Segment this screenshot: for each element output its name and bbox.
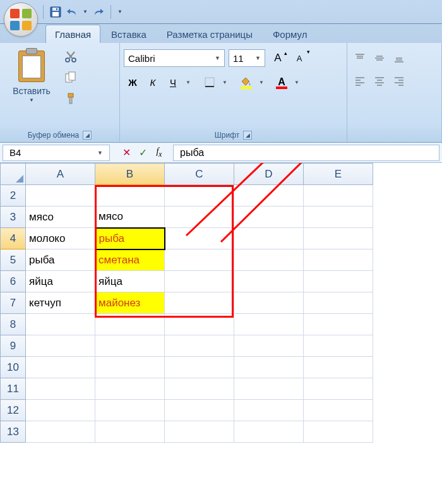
cell-B12[interactable] [95, 400, 165, 421]
column-header-C[interactable]: C [165, 164, 234, 185]
cell-D5[interactable] [234, 249, 304, 271]
cell-A8[interactable] [26, 314, 95, 335]
cell-B2[interactable] [95, 185, 165, 207]
align-left-button[interactable] [351, 72, 369, 90]
cell-C9[interactable] [165, 335, 234, 357]
increase-font-button[interactable]: A▴ [269, 49, 287, 67]
cell-A3[interactable]: мясо [26, 207, 95, 228]
cell-D11[interactable] [234, 378, 304, 400]
paste-dropdown[interactable]: ▼ [4, 97, 59, 103]
cell-C2[interactable] [165, 185, 234, 207]
row-header-4[interactable]: 4 [1, 228, 26, 249]
cell-E8[interactable] [304, 314, 373, 335]
tab-page-layout[interactable]: Разметка страницы [157, 25, 262, 43]
tab-formulas[interactable]: Формул [263, 25, 317, 43]
redo-button[interactable] [92, 5, 105, 19]
cell-D7[interactable] [234, 292, 304, 314]
tab-insert[interactable]: Вставка [102, 25, 156, 43]
align-middle-button[interactable] [371, 49, 388, 67]
row-header-9[interactable]: 9 [1, 335, 26, 357]
align-top-button[interactable] [351, 49, 369, 67]
cell-E9[interactable] [304, 335, 373, 357]
cell-A9[interactable] [26, 335, 95, 357]
cell-C8[interactable] [165, 314, 234, 335]
decrease-font-button[interactable]: A▾ [290, 49, 308, 67]
cell-D9[interactable] [234, 335, 304, 357]
row-header-10[interactable]: 10 [1, 357, 26, 378]
cell-D2[interactable] [234, 185, 304, 207]
select-all-corner[interactable] [1, 164, 26, 185]
office-button[interactable] [4, 3, 38, 37]
column-header-E[interactable]: E [304, 164, 373, 185]
cell-A10[interactable] [26, 357, 95, 378]
font-color-button[interactable]: A [273, 73, 290, 91]
cell-C5[interactable] [165, 249, 234, 271]
font-name-combo[interactable]: Calibri ▼ [124, 49, 225, 67]
cell-B11[interactable] [95, 378, 165, 400]
cell-D3[interactable] [234, 207, 304, 228]
cell-A4[interactable]: молоко [26, 228, 95, 249]
clipboard-dialog-launcher[interactable]: ◢ [83, 131, 92, 140]
row-header-7[interactable]: 7 [1, 292, 26, 314]
cell-B4[interactable]: рыба [95, 228, 165, 249]
cell-C6[interactable] [165, 271, 234, 292]
row-header-11[interactable]: 11 [1, 378, 26, 400]
row-header-2[interactable]: 2 [1, 185, 26, 207]
cell-E13[interactable] [304, 421, 373, 443]
cell-B6[interactable]: яйца [95, 271, 165, 292]
cancel-formula-button[interactable]: ✕ [120, 147, 133, 159]
name-box[interactable]: B4 ▼ [3, 145, 110, 161]
cell-D13[interactable] [234, 421, 304, 443]
cell-E4[interactable] [304, 228, 373, 249]
cell-D8[interactable] [234, 314, 304, 335]
cell-A13[interactable] [26, 421, 95, 443]
cell-E5[interactable] [304, 249, 373, 271]
cell-A5[interactable]: рыба [26, 249, 95, 271]
undo-dropdown[interactable]: ▼ [81, 9, 89, 15]
bold-button[interactable]: Ж [124, 73, 141, 91]
font-dialog-launcher[interactable]: ◢ [243, 131, 252, 140]
copy-button[interactable] [64, 71, 77, 87]
borders-button[interactable] [201, 73, 218, 91]
paste-button[interactable]: Вставить ▼ [4, 45, 59, 103]
underline-button[interactable]: Ч [164, 73, 182, 91]
format-painter-button[interactable] [64, 92, 77, 108]
cell-A12[interactable] [26, 400, 95, 421]
row-header-6[interactable]: 6 [1, 271, 26, 292]
cell-B8[interactable] [95, 314, 165, 335]
column-header-D[interactable]: D [234, 164, 304, 185]
cell-C13[interactable] [165, 421, 234, 443]
align-bottom-button[interactable] [390, 49, 408, 67]
font-size-combo[interactable]: 11 ▼ [229, 49, 265, 67]
cell-D6[interactable] [234, 271, 304, 292]
cell-B10[interactable] [95, 357, 165, 378]
cell-E3[interactable] [304, 207, 373, 228]
cell-E6[interactable] [304, 271, 373, 292]
cell-D4[interactable] [234, 228, 304, 249]
cell-D12[interactable] [234, 400, 304, 421]
cell-C4[interactable] [165, 228, 234, 249]
cell-A11[interactable] [26, 378, 95, 400]
accept-formula-button[interactable]: ✓ [136, 147, 149, 159]
row-header-13[interactable]: 13 [1, 421, 26, 443]
align-center-button[interactable] [371, 72, 388, 90]
column-header-A[interactable]: A [26, 164, 95, 185]
cell-C12[interactable] [165, 400, 234, 421]
row-header-3[interactable]: 3 [1, 207, 26, 228]
insert-function-button[interactable]: fx [153, 147, 165, 159]
cut-button[interactable] [64, 51, 77, 66]
cell-A2[interactable] [26, 185, 95, 207]
borders-dropdown[interactable]: ▼ [221, 80, 229, 85]
cell-E7[interactable] [304, 292, 373, 314]
cell-E10[interactable] [304, 357, 373, 378]
cell-E2[interactable] [304, 185, 373, 207]
cell-A6[interactable]: яйца [26, 271, 95, 292]
cell-C11[interactable] [165, 378, 234, 400]
cell-C3[interactable] [165, 207, 234, 228]
row-header-8[interactable]: 8 [1, 314, 26, 335]
fill-color-dropdown[interactable]: ▼ [258, 80, 265, 85]
fill-color-button[interactable] [237, 73, 255, 91]
qat-customize-dropdown[interactable]: ▼ [116, 9, 124, 15]
cell-B13[interactable] [95, 421, 165, 443]
align-right-button[interactable] [390, 72, 408, 90]
